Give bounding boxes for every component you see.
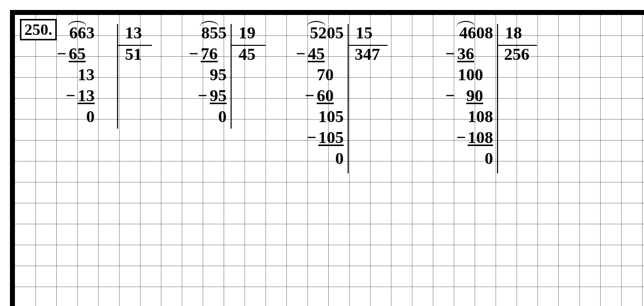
step-value: 60 [304, 85, 334, 106]
step-value: 90 [453, 85, 483, 106]
step-value: 65 [65, 43, 86, 64]
dividend: 5205 [304, 22, 344, 43]
long-division-problem: 855 19 45 − 76 95 − 95 0 [197, 20, 296, 150]
quotient: 347 [350, 44, 380, 65]
division-vertical-line [348, 24, 349, 173]
step-value: 70 [304, 64, 334, 85]
quotient: 256 [500, 44, 529, 65]
step-value: 36 [453, 43, 474, 64]
divisor: 15 [350, 22, 373, 43]
step-value: 0 [453, 148, 493, 169]
dividend: 855 [197, 22, 227, 43]
step-value: 100 [453, 64, 483, 85]
step-value: 108 [453, 127, 493, 148]
dividend: 663 [65, 22, 95, 43]
long-division-problem: 4608 18 256 − 36 100 − 90 108 − 108 0 [453, 20, 573, 199]
division-vertical-line [231, 24, 232, 129]
step-value: 95 [197, 64, 227, 85]
step-value: 13 [65, 64, 95, 85]
step-value: 45 [304, 43, 325, 64]
dividend: 4608 [453, 22, 493, 43]
step-value: 108 [453, 106, 493, 127]
step-value: 105 [304, 127, 344, 148]
divisor: 13 [120, 22, 142, 43]
division-vertical-line [497, 24, 498, 173]
step-value: 76 [197, 43, 218, 64]
step-value: 95 [197, 85, 227, 106]
worksheet-page: 250. 663 13 51 − 65 13 − 13 0 855 19 45 … [10, 10, 644, 306]
quotient: 51 [120, 44, 142, 65]
divisor: 19 [233, 22, 256, 43]
quotient: 45 [233, 44, 256, 65]
exercise-number: 250. [20, 19, 57, 40]
step-value: 0 [65, 106, 95, 127]
step-value: 13 [65, 85, 95, 106]
step-value: 105 [304, 106, 344, 127]
divisor: 18 [500, 22, 522, 43]
long-division-problem: 663 13 51 − 65 13 − 13 0 [65, 20, 174, 150]
division-vertical-line [117, 24, 118, 129]
step-value: 0 [197, 106, 227, 127]
long-division-problem: 5205 15 347 − 45 70 − 60 105 − 105 0 [304, 20, 423, 199]
step-value: 0 [304, 148, 344, 169]
